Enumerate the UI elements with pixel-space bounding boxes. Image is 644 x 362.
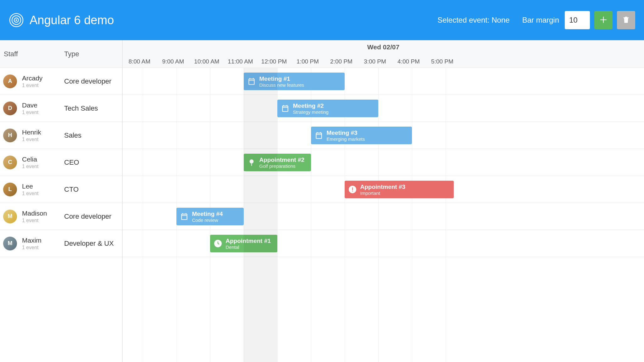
hour-label: 11:00 AM: [224, 58, 257, 65]
hour-label: 12:00 PM: [257, 58, 291, 65]
app-title: Angular 6 demo: [30, 14, 114, 27]
event-bar[interactable]: Appointment #2Golf preparations: [244, 154, 311, 171]
staff-name: Celia: [22, 156, 63, 163]
staff-type: Core developer: [63, 77, 122, 85]
event-title: Appointment #1: [226, 238, 271, 244]
hour-label: 1:00 PM: [291, 58, 325, 65]
staff-name: Arcady: [22, 74, 63, 82]
staff-type: CTO: [63, 185, 122, 194]
event-subtitle: Code review: [192, 217, 223, 223]
hour-label: 9:00 AM: [156, 58, 190, 65]
staff-row[interactable]: MMaxim1 eventDeveloper & UX: [0, 230, 122, 257]
event-bar[interactable]: Meeting #4Code review: [176, 208, 244, 225]
staff-rows: AArcady1 eventCore developerDDave1 event…: [0, 68, 122, 362]
staff-name: Dave: [22, 101, 63, 109]
bar-margin-label: Bar margin: [522, 16, 559, 25]
column-header-type[interactable]: Type: [63, 50, 122, 58]
timeline-row[interactable]: Appointment #3Important: [123, 176, 644, 203]
staff-event-count: 1 event: [22, 245, 63, 250]
svg-point-3: [16, 19, 17, 21]
staff-event-count: 1 event: [22, 137, 63, 142]
hour-label: 3:00 PM: [358, 58, 392, 65]
trash-icon: [622, 16, 630, 25]
calendar-icon: [180, 212, 188, 221]
hour-label: 8:00 AM: [123, 58, 156, 65]
avatar: D: [3, 101, 17, 115]
staff-type: CEO: [63, 158, 122, 167]
staff-event-count: 1 event: [22, 191, 63, 196]
app-header: Angular 6 demo Selected event: None Bar …: [0, 0, 644, 40]
staff-event-count: 1 event: [22, 218, 63, 223]
event-title: Meeting #3: [327, 129, 365, 136]
logo-group: Angular 6 demo: [9, 13, 114, 28]
timeline-row[interactable]: Meeting #1Discuss new features: [123, 68, 644, 95]
staff-type: Developer & UX: [63, 239, 122, 248]
svg-rect-7: [352, 191, 353, 191]
calendar-icon: [281, 104, 289, 112]
staff-row[interactable]: MMadison1 eventCore developer: [0, 203, 122, 230]
timeline-row[interactable]: Meeting #4Code review: [123, 203, 644, 230]
bar-margin-input[interactable]: [565, 11, 590, 29]
event-bar[interactable]: Meeting #2Strategy meeting: [277, 100, 378, 117]
event-title: Meeting #1: [259, 75, 304, 82]
selected-event-readout: Selected event: None: [437, 16, 510, 25]
column-header-staff[interactable]: Staff: [0, 50, 63, 58]
timeline-hour-labels: 8:00 AM9:00 AM10:00 AM11:00 AM12:00 PM1:…: [123, 51, 644, 68]
staff-name: Lee: [22, 183, 63, 190]
staff-type: Tech Sales: [63, 104, 122, 112]
event-subtitle: Strategy meeting: [293, 109, 329, 115]
staff-row[interactable]: LLee1 eventCTO: [0, 176, 122, 203]
staff-name: Madison: [22, 210, 63, 217]
event-bar[interactable]: Appointment #1Dental: [210, 235, 277, 252]
avatar: C: [3, 156, 17, 169]
timeline-row[interactable]: Meeting #3Emerging markets: [123, 122, 644, 149]
event-title: Appointment #3: [360, 184, 406, 190]
event-bar[interactable]: Meeting #1Discuss new features: [244, 73, 345, 90]
scheduler: Staff Type AArcady1 eventCore developerD…: [0, 40, 644, 362]
svg-point-4: [249, 159, 253, 163]
event-title: Appointment #2: [259, 156, 305, 163]
staff-name: Maxim: [22, 237, 63, 244]
timeline-body[interactable]: Meeting #1Discuss new featuresMeeting #2…: [123, 68, 644, 362]
staff-event-count: 1 event: [22, 83, 63, 88]
event-subtitle: Emerging markets: [327, 136, 365, 142]
timeline-row[interactable]: Meeting #2Strategy meeting: [123, 95, 644, 122]
app-logo-icon: [9, 13, 24, 28]
avatar: H: [3, 129, 17, 142]
timeline-header: Wed 02/07 8:00 AM9:00 AM10:00 AM11:00 AM…: [123, 40, 644, 68]
golf-icon: [247, 158, 256, 167]
delete-event-button[interactable]: [617, 11, 635, 29]
timeline-row[interactable]: Appointment #1Dental: [123, 230, 644, 257]
plus-icon: [599, 16, 608, 25]
event-bar[interactable]: Meeting #3Emerging markets: [311, 127, 412, 144]
event-subtitle: Discuss new features: [259, 82, 304, 88]
staff-type: Sales: [63, 131, 122, 140]
staff-name: Henrik: [22, 129, 63, 136]
staff-row[interactable]: HHenrik1 eventSales: [0, 122, 122, 149]
avatar: L: [3, 183, 17, 196]
hour-label: 5:00 PM: [425, 58, 459, 65]
hour-label: 4:00 PM: [392, 58, 425, 65]
svg-rect-6: [352, 188, 353, 190]
add-event-button[interactable]: [594, 11, 613, 29]
staff-row[interactable]: DDave1 eventTech Sales: [0, 95, 122, 122]
avatar: A: [3, 74, 17, 88]
timeline-date: Wed 02/07: [123, 40, 644, 51]
event-title: Meeting #2: [293, 102, 329, 109]
staff-panel-header: Staff Type: [0, 40, 122, 68]
timeline-panel: Wed 02/07 8:00 AM9:00 AM10:00 AM11:00 AM…: [123, 40, 644, 362]
event-subtitle: Important: [360, 190, 406, 196]
calendar-icon: [315, 131, 323, 140]
hour-label: 2:00 PM: [325, 58, 358, 65]
staff-row[interactable]: AArcady1 eventCore developer: [0, 68, 122, 95]
timeline-row[interactable]: Appointment #2Golf preparations: [123, 149, 644, 176]
alert-icon: [348, 185, 357, 194]
avatar: M: [3, 237, 17, 250]
clock-icon: [214, 239, 222, 248]
event-bar[interactable]: Appointment #3Important: [345, 181, 454, 198]
staff-panel: Staff Type AArcady1 eventCore developerD…: [0, 40, 123, 362]
calendar-icon: [247, 77, 256, 85]
event-subtitle: Golf preparations: [259, 163, 305, 169]
staff-row[interactable]: CCelia1 eventCEO: [0, 149, 122, 176]
event-title: Meeting #4: [192, 211, 223, 217]
